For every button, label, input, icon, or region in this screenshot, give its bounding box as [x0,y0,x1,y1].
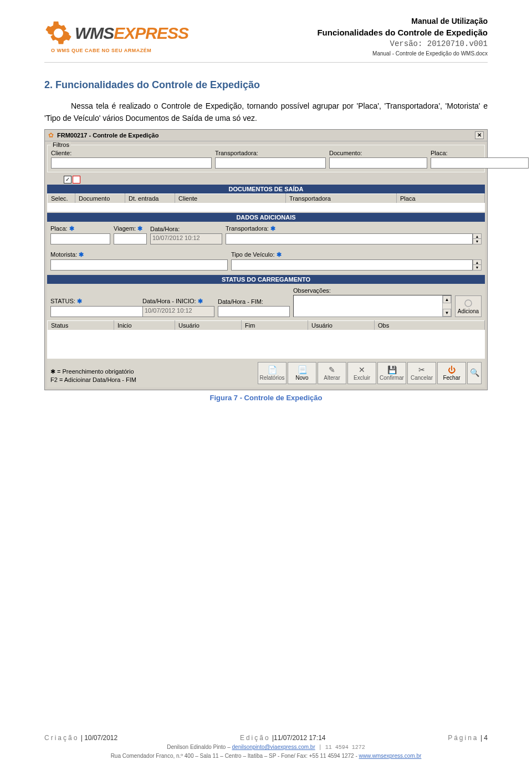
logo-tagline: O WMS QUE CABE NO SEU ARMAZÉM [51,48,188,53]
scroll-up-icon[interactable]: ▲ [443,295,451,303]
adiciona-label: Adiciona [458,308,479,314]
f2-note: F2 = Adicioinar Data/Hora - FIM [50,376,136,383]
save-icon: 💾 [387,365,397,374]
transportadora2-input[interactable] [226,233,473,244]
select-toolbar: ✓ [64,176,485,183]
new-icon: 📃 [298,365,307,374]
logo-wms: WMS [75,24,114,42]
placa-input[interactable] [50,233,110,244]
obs-label: Observações: [293,287,452,294]
page-footer: Criação | 10/07/2012 Edição |11/07/2012 … [44,734,488,759]
header-right: Manual de Utilização Funcionalidades do … [188,17,488,57]
bottom-bar: ✱ = Preenchimento obrigatório F2 = Adici… [47,358,485,387]
datahora-value: 10/07/2012 10:12 [150,233,222,244]
status-select[interactable] [50,306,149,317]
pagina: Página | 4 [448,734,488,742]
search-button[interactable]: 🔍 [467,362,482,384]
datahora-label: Data/Hora: [150,226,222,232]
tipoveiculo-input[interactable] [231,259,473,271]
section-heading: 2. Funcionalidades do Controle de Expedi… [44,79,488,91]
bottom-notes: ✱ = Preenchimento obrigatório F2 = Adici… [50,367,136,384]
col-transportadora: Transportadora [286,193,397,203]
filters-fieldset: Filtros Cliente: Transportadora: Documen… [47,145,485,172]
filter-documento-input[interactable] [329,157,427,169]
novo-button[interactable]: 📃Novo [288,362,316,384]
power-icon: ⏻ [448,365,456,374]
delete-icon: ✕ [359,365,365,374]
doc-filename: Manual - Controle de Expedição do WMS.do… [188,50,488,57]
deselect-all-checkbox[interactable] [73,176,80,183]
svg-point-0 [465,300,472,307]
logo-block: WMSEXPRESS O WMS QUE CABE NO SEU ARMAZÉM [44,17,188,53]
col-dtentrada: Dt. entrada [125,193,175,203]
cancelar-button[interactable]: ✂Cancelar [407,362,436,384]
excluir-button[interactable]: ✕Excluir [347,362,376,384]
tipoveiculo-spinner[interactable]: ▲▼ [473,259,482,271]
col-obs: Obs [375,321,485,330]
filter-transportadora-input[interactable] [215,157,326,169]
viagem-input[interactable] [114,233,147,244]
logo-express: EXPRESS [114,24,188,42]
gear-icon [44,17,73,50]
website-link[interactable]: www.wmsexpress.com.br [359,753,422,759]
viagem-label: Viagem: ✱ [114,225,147,232]
select-all-checkbox[interactable]: ✓ [64,176,71,183]
adiciona-button[interactable]: Adiciona [455,295,482,317]
col-fim: Fim [242,321,308,330]
tipoveiculo-label: Tipo de Veículo: ✱ [231,251,482,258]
scrollbar[interactable]: ▲ ▼ [442,295,451,317]
dh-fim-label: Data/Hora - FIM: [218,298,290,305]
close-button[interactable]: ✕ [475,131,484,139]
relatorios-button[interactable]: 📄Relatórios [258,362,287,384]
doc-subtitle: Funcionalidades do Controle de Expedição [188,28,488,37]
dh-fim-input[interactable] [218,306,290,317]
alterar-button[interactable]: ✎Alterar [318,362,346,384]
col-status: Status [48,321,114,330]
dh-inicio-label: Data/Hora - INICIO: ✱ [142,298,214,305]
req-note: ✱ = Preenchimento obrigatório [50,368,136,375]
action-buttons: 📄Relatórios 📃Novo ✎Alterar ✕Excluir 💾Con… [258,362,482,384]
status-table: Status Inicio Usuário Fim Usuário Obs [47,320,485,358]
fechar-button[interactable]: ⏻Fechar [437,362,466,384]
author-email-link[interactable]: denilsonpinto@viaexpress.com.br [232,744,315,750]
motorista-input[interactable] [50,259,228,271]
confirmar-button[interactable]: 💾Confirmar [377,362,406,384]
cancel-icon: ✂ [418,365,425,374]
col-inicio: Inicio [114,321,175,330]
circle-icon [463,298,473,308]
col-selec: Selec. [48,193,75,203]
search-icon: 🔍 [470,368,479,377]
status-label: STATUS: ✱ [50,298,139,305]
col-documento: Documento [75,193,125,203]
col-usuario1: Usuário [175,321,242,330]
col-usuario2: Usuário [308,321,375,330]
criacao: Criação | 10/07/2012 [44,734,117,742]
edit-icon: ✎ [329,365,335,374]
footer-author: Denilson Edinaldo Pinto – denilsonpinto@… [44,744,488,751]
status-carregamento-header: STATUS DO CARREGAMENTO [47,275,485,284]
window-titlebar: ✿ FRM00217 - Controle de Expedição ✕ [45,130,487,141]
status-table-empty [48,330,485,358]
transportadora2-label: Transportadora: ✱ [226,225,482,232]
footer-address: Rua Comendador Franco, n.º 400 – Sala 11… [44,753,488,759]
filters-legend: Filtros [51,141,71,148]
filter-transportadora-label: Transportadora: [215,150,326,156]
screenshot-window: ✿ FRM00217 - Controle de Expedição ✕ Fil… [44,129,488,390]
docs-saida-table: Selec. Documento Dt. entrada Cliente Tra… [47,193,485,212]
filter-cliente-label: Cliente: [51,150,212,156]
filter-cliente-input[interactable] [51,157,212,169]
scroll-down-icon[interactable]: ▼ [443,309,451,317]
placa-label: Placa: ✱ [50,225,110,232]
dados-adicionais-header: DADOS ADICIONAIS [47,213,485,222]
document-header: WMSEXPRESS O WMS QUE CABE NO SEU ARMAZÉM… [44,17,488,63]
col-placa: Placa [397,193,485,203]
doc-version: Versão: 20120710.v001 [188,39,488,48]
filter-placa-input[interactable] [431,157,529,169]
obs-textarea[interactable]: ▲ ▼ [293,295,452,317]
transportadora-spinner[interactable]: ▲▼ [473,233,482,244]
filter-placa-label: Placa: [431,150,529,156]
logo-text: WMSEXPRESS [75,24,188,43]
window-title: FRM00217 - Controle de Expedição [57,132,475,139]
filter-documento-label: Documento: [329,150,427,156]
report-icon: 📄 [268,365,277,374]
